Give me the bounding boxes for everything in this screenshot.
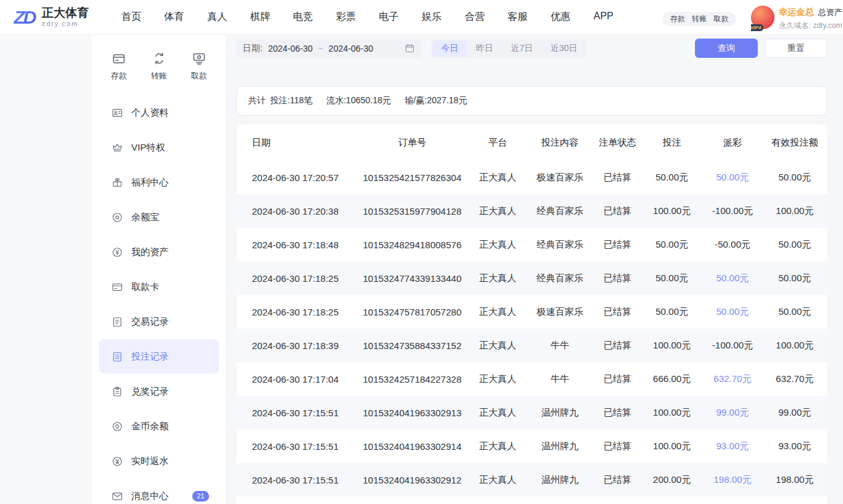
cell-order-no: 1015324774339133440	[355, 273, 470, 284]
range-last30days[interactable]: 近30日	[542, 40, 587, 57]
top-header: ZD 正大体育 zdty.com 首页体育真人棋牌电竞彩票电子娱乐合营客服优惠A…	[0, 0, 843, 35]
search-button[interactable]: 查询	[695, 39, 758, 58]
cell-bet-amount: 50.00元	[641, 306, 703, 318]
table-body: 2024-06-30 17:20:571015325421577826304正大…	[236, 161, 827, 497]
sidebar-item-label: 我的资产	[131, 246, 169, 258]
body-row: 存款转账取款 个人资料VIP特权福利中心余额宝我的资产取款卡交易记录投注记录兑奖…	[0, 35, 843, 504]
cell-platform: 正大真人	[470, 441, 526, 452]
unread-badge: 21	[192, 491, 209, 502]
nav-item-promotions[interactable]: 优惠	[551, 11, 571, 24]
sidebar-item-label: VIP特权	[131, 142, 165, 154]
nav-item-chess[interactable]: 棋牌	[250, 11, 270, 24]
column-header-order-no: 订单号	[355, 137, 470, 149]
table-header-row: 日期订单号平台投注内容注单状态投注派彩有效投注额	[236, 124, 827, 161]
quick-action-transfer[interactable]: 转账	[151, 51, 167, 82]
profile-icon	[111, 107, 123, 119]
quick-range-group: 今日昨日近7日近30日	[431, 39, 587, 58]
nav-item-service[interactable]: 客服	[508, 11, 528, 24]
cell-payout: 198.00元	[703, 474, 762, 486]
cell-bet-amount: 100.00元	[641, 205, 703, 217]
column-header-bet-content: 投注内容	[526, 137, 594, 149]
withdraw-icon	[192, 51, 207, 66]
sidebar-item-bet-records[interactable]: 投注记录	[99, 339, 219, 374]
cell-payout: -100.00元	[703, 340, 762, 352]
logo-icon: ZD	[14, 7, 37, 28]
sidebar-item-transactions[interactable]: 交易记录	[99, 304, 219, 339]
user-meta: 幸运金总 总资产: 永久域名: zdty.com	[779, 5, 843, 32]
yuebao-icon	[111, 212, 123, 223]
user-info[interactable]: VIP4 幸运金总 总资产: 永久域名: zdty.com	[751, 5, 843, 32]
sidebar-item-label: 福利中心	[131, 177, 169, 189]
cell-valid-amount: 198.00元	[762, 474, 827, 486]
sidebar-item-profile[interactable]: 个人资料	[99, 95, 219, 130]
cell-status: 已结算	[594, 474, 641, 486]
column-header-payout: 派彩	[703, 137, 762, 149]
sidebar-item-rebate[interactable]: 实时返水	[99, 444, 219, 478]
sidebar-item-yuebao[interactable]: 余额宝	[99, 200, 219, 235]
nav-item-entertainment[interactable]: 娱乐	[422, 11, 442, 24]
cell-platform: 正大真人	[470, 373, 526, 385]
nav-item-app[interactable]: APP	[594, 11, 613, 24]
nav-item-sports[interactable]: 体育	[164, 11, 184, 24]
cell-date: 2024-06-30 17:15:51	[236, 441, 355, 452]
column-header-status: 注单状态	[594, 137, 641, 149]
nav-item-home[interactable]: 首页	[121, 11, 141, 24]
vip-icon	[111, 142, 123, 154]
sidebar-item-messages[interactable]: 消息中心21	[99, 478, 219, 504]
nav-item-live-casino[interactable]: 真人	[207, 11, 227, 24]
transfer-link[interactable]: 转账	[692, 14, 707, 24]
cell-order-no: 1015324257184227328	[355, 374, 470, 385]
cell-order-no: 1015324757817057280	[355, 307, 470, 317]
table-row: 2024-06-30 17:18:251015324757817057280正大…	[236, 295, 827, 329]
avatar[interactable]: VIP4	[751, 6, 775, 29]
bet-records-table: 日期订单号平台投注内容注单状态投注派彩有效投注额 2024-06-30 17:2…	[236, 124, 827, 504]
column-header-bet-amount: 投注	[641, 137, 703, 149]
range-last7days[interactable]: 近7日	[502, 40, 542, 57]
table-row: 2024-06-30 17:20:571015325421577826304正大…	[236, 161, 827, 194]
cell-platform: 正大真人	[470, 205, 526, 217]
date-range-picker[interactable]: 日期: 2024-06-30 ~ 2024-06-30	[236, 39, 421, 58]
main-nav: 首页体育真人棋牌电竞彩票电子娱乐合营客服优惠APP	[121, 11, 613, 24]
summary-bets: 投注:118笔	[270, 95, 312, 106]
cell-status: 已结算	[594, 407, 641, 419]
quick-action-withdraw[interactable]: 取款	[191, 51, 207, 82]
cell-status: 已结算	[594, 373, 641, 385]
cell-bet-amount: 50.00元	[641, 273, 703, 284]
sidebar-item-welfare[interactable]: 福利中心	[99, 165, 219, 200]
nav-item-esports[interactable]: 电竞	[293, 11, 313, 24]
nav-item-partnership[interactable]: 合营	[465, 11, 485, 24]
deposit-link[interactable]: 存款	[670, 14, 685, 24]
nav-item-lottery[interactable]: 彩票	[336, 11, 356, 24]
cell-order-no: 1015324829418008576	[355, 240, 470, 250]
date-from-value[interactable]: 2024-06-30	[268, 44, 313, 54]
sidebar-item-label: 投注记录	[131, 351, 169, 363]
range-today[interactable]: 今日	[432, 40, 467, 57]
sidebar-item-withdraw-card[interactable]: 取款卡	[99, 269, 219, 304]
cell-platform: 正大真人	[470, 474, 526, 486]
user-name: 幸运金总	[779, 7, 814, 18]
wallet-actions: 存款转账取款	[663, 12, 736, 26]
withdraw-link[interactable]: 取款	[714, 14, 729, 24]
sidebar-item-label: 金币余额	[131, 421, 169, 432]
date-to-value[interactable]: 2024-06-30	[328, 44, 373, 54]
logo[interactable]: ZD 正大体育 zdty.com	[14, 7, 89, 28]
bet-records-icon	[111, 351, 123, 363]
cell-bet-content: 经典百家乐	[526, 273, 594, 284]
sidebar-item-assets[interactable]: 我的资产	[99, 235, 219, 269]
table-row: 2024-06-30 17:18:481015324829418008576正大…	[236, 228, 827, 261]
permanent-domain: 永久域名: zdty.com	[779, 21, 843, 31]
reset-button[interactable]: 重置	[765, 39, 827, 58]
sidebar-item-coin-balance[interactable]: 金币余额	[99, 409, 219, 444]
cell-payout: 99.00元	[703, 407, 762, 419]
cell-platform: 正大真人	[470, 407, 526, 419]
cell-bet-content: 经典百家乐	[526, 205, 594, 217]
nav-item-slots[interactable]: 电子	[379, 11, 399, 24]
calendar-icon-button[interactable]	[404, 43, 415, 54]
sidebar-item-redeem-records[interactable]: 兑奖记录	[99, 374, 219, 409]
sidebar-item-vip[interactable]: VIP特权	[99, 130, 219, 165]
range-yesterday[interactable]: 昨日	[467, 40, 502, 57]
cell-date: 2024-06-30 17:17:04	[236, 374, 355, 385]
quick-action-deposit[interactable]: 存款	[111, 51, 127, 82]
rebate-icon	[111, 455, 123, 467]
cell-bet-amount: 50.00元	[641, 172, 703, 184]
